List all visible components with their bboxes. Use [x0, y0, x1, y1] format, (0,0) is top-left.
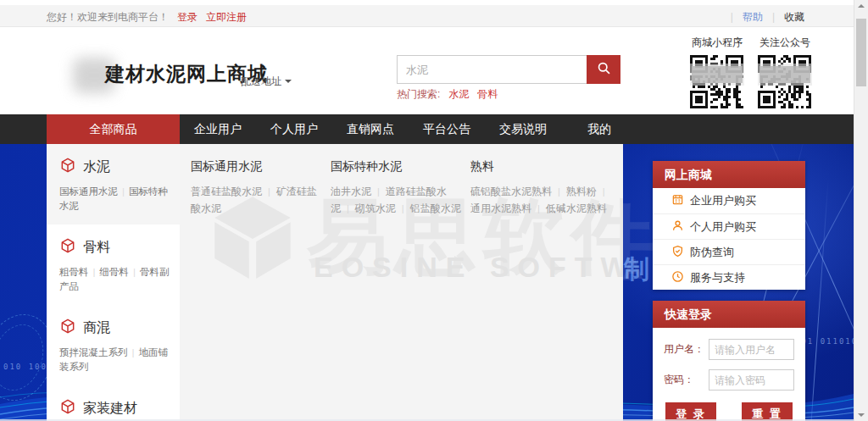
login-button[interactable]: 登 录 — [665, 402, 716, 421]
category-cube-icon — [59, 237, 76, 258]
qr-code: 关注公众号 — [754, 36, 815, 111]
mega-menu-column: 熟料 硫铝酸盐水泥熟料|熟料粉|通用水泥熟料|低碱水泥熟料 — [470, 159, 623, 217]
mega-menu-column-title[interactable]: 国标通用水泥 — [191, 159, 326, 174]
mall-panel-item[interactable]: 个人用户购买 — [653, 213, 805, 239]
divider: | — [132, 347, 135, 357]
category-sub-link[interactable]: 预拌混凝土系列 — [59, 347, 128, 357]
qr-code-label: 商城小程序 — [687, 36, 748, 50]
reset-button[interactable]: 重 置 — [742, 402, 793, 421]
nav-item[interactable]: 我的 — [561, 114, 637, 144]
nav-item[interactable]: 个人用户 — [256, 114, 332, 144]
mega-menu-item[interactable]: 油井水泥 — [331, 186, 371, 197]
scroll-down-arrow-icon[interactable] — [858, 413, 865, 417]
category-sub-link[interactable]: 粗骨料 — [59, 267, 89, 277]
nav-item[interactable]: 直销网点 — [332, 114, 409, 144]
category-cube-icon — [59, 157, 76, 177]
nav-item[interactable]: 交易说明 — [485, 114, 561, 144]
mall-panel-item-label: 企业用户购买 — [690, 193, 756, 208]
topbar-welcome-group: 您好！欢迎来到电商平台！登录立即注册 — [47, 10, 247, 25]
qr-code-image — [688, 53, 746, 111]
watermark-en: EOSINE SOFTWARE — [314, 251, 623, 284]
divider: | — [93, 267, 96, 277]
category-subs: 国标通用水泥|国标特种水泥 — [59, 185, 173, 213]
mall-panel-item-label: 服务与支持 — [690, 270, 745, 285]
category-sidebar: 水泥 国标通用水泥|国标特种水泥 骨料 粗骨料|细骨料|骨料副产品 商混 预拌混… — [47, 144, 180, 421]
login-link[interactable]: 登录 — [177, 11, 198, 23]
clock-icon — [671, 270, 684, 285]
category-sub-link[interactable]: 细骨料 — [100, 267, 130, 277]
mega-menu-item[interactable]: 铝盐酸水泥 — [410, 202, 461, 214]
password-field[interactable] — [709, 369, 794, 391]
favorite-link[interactable]: 收藏 — [784, 11, 804, 23]
topbar: 您好！欢迎来到电商平台！登录立即注册 |帮助|收藏 — [0, 5, 854, 27]
building-icon — [671, 193, 684, 208]
mega-menu-items: 油井水泥|道路硅盐酸水泥|砌筑水泥|铝盐酸水泥 — [331, 183, 466, 217]
mega-menu-item[interactable]: 砌筑水泥 — [355, 202, 396, 214]
mall-panel-item[interactable]: 企业用户购买 — [653, 188, 805, 213]
category-sub-link[interactable]: 国标通用水泥 — [59, 186, 118, 197]
category-block[interactable]: 家装建材 水泥|新材料 — [47, 385, 180, 421]
nav-items: 企业用户个人用户直销网点平台公告交易说明我的 — [180, 114, 637, 144]
quick-login-panel: 快速登录 用户名： 密码： 登 录 重 置 — [653, 301, 805, 421]
username-label: 用户名： — [664, 342, 709, 357]
login-buttons: 登 录 重 置 — [664, 400, 794, 421]
mall-panel-item[interactable]: 防伪查询 — [653, 239, 805, 264]
hot-search-label: 热门搜索: — [397, 88, 440, 100]
password-label: 密码： — [664, 373, 709, 387]
divider: | — [402, 203, 404, 213]
mall-panel-title: 网上商城 — [653, 161, 805, 188]
mega-menu-column: 国标特种水泥 油井水泥|道路硅盐酸水泥|砌筑水泥|铝盐酸水泥 — [331, 159, 470, 217]
mega-menu-item[interactable]: 通用水泥熟料 — [470, 202, 531, 214]
category-title[interactable]: 骨料 — [59, 237, 173, 258]
delivery-address-selector[interactable]: 配送地址 — [241, 75, 292, 89]
welcome-text: 您好！欢迎来到电商平台！ — [47, 11, 169, 23]
divider: | — [122, 186, 125, 197]
mega-menu-item[interactable]: 熟料粉 — [566, 186, 597, 197]
mega-menu-columns: 国标通用水泥 普通硅盐酸水泥|矿渣硅盐酸水泥国标特种水泥 油井水泥|道路硅盐酸水… — [191, 159, 623, 217]
hot-search: 热门搜索:水泥骨料 — [397, 87, 498, 102]
user-icon — [671, 219, 684, 235]
mega-menu-column-title[interactable]: 国标特种水泥 — [331, 159, 466, 174]
category-block[interactable]: 商混 预拌混凝土系列|地面铺装系列 — [47, 305, 180, 385]
mall-panel-item-label: 个人用户购买 — [690, 219, 756, 235]
username-row: 用户名： — [664, 339, 794, 360]
mega-menu-items: 普通硅盐酸水泥|矿渣硅盐酸水泥 — [191, 183, 326, 217]
divider: | — [377, 186, 380, 197]
nav-item[interactable]: 企业用户 — [180, 114, 256, 144]
search-input[interactable] — [397, 55, 587, 84]
divider: | — [772, 11, 775, 23]
scrollbar-thumb[interactable] — [856, 19, 866, 86]
mall-panel-item-label: 防伪查询 — [690, 245, 734, 260]
mega-menu-items: 硫铝酸盐水泥熟料|熟料粉|通用水泥熟料|低碱水泥熟料 — [470, 183, 619, 217]
mega-menu-item[interactable]: 硫铝酸盐水泥熟料 — [470, 186, 552, 197]
divider: | — [731, 11, 733, 23]
mega-menu-column-title[interactable]: 熟料 — [470, 159, 619, 174]
topbar-links: |帮助|收藏 — [721, 10, 804, 25]
register-link[interactable]: 立即注册 — [206, 11, 247, 23]
hot-search-term[interactable]: 水泥 — [448, 88, 469, 100]
scrollbar[interactable] — [854, 0, 868, 421]
divider: | — [268, 186, 270, 197]
storefront-page: 您好！欢迎来到电商平台！登录立即注册 |帮助|收藏 建材水泥网上商城 配送地址 … — [0, 0, 868, 421]
mega-menu-item[interactable]: 低碱水泥熟料 — [546, 202, 607, 214]
shield-icon — [671, 245, 684, 260]
help-link[interactable]: 帮助 — [743, 11, 763, 23]
username-field[interactable] — [709, 339, 794, 360]
category-block[interactable]: 水泥 国标通用水泥|国标特种水泥 — [47, 144, 180, 224]
site-header: 建材水泥网上商城 配送地址 热门搜索:水泥骨料 商城小程序关注公众号 — [0, 27, 854, 114]
divider: | — [133, 267, 136, 277]
mall-panel-item[interactable]: 服务与支持 — [653, 264, 805, 290]
category-block[interactable]: 骨料 粗骨料|细骨料|骨料副产品 — [47, 224, 180, 305]
category-title[interactable]: 商混 — [59, 318, 173, 338]
category-title[interactable]: 家装建材 — [59, 398, 173, 418]
nav-all-products[interactable]: 全部商品 — [47, 114, 180, 144]
mega-menu-item[interactable]: 普通硅盐酸水泥 — [191, 186, 262, 197]
scroll-up-arrow-icon[interactable] — [858, 4, 865, 8]
nav-item[interactable]: 平台公告 — [409, 114, 485, 144]
divider: | — [347, 203, 349, 213]
hot-search-term[interactable]: 骨料 — [477, 88, 498, 100]
qr-code-image — [756, 53, 814, 111]
mall-panel: 网上商城 企业用户购买 个人用户购买 防伪查询 服务与支持 — [653, 161, 805, 290]
category-title[interactable]: 水泥 — [59, 157, 173, 177]
search-button[interactable] — [587, 55, 620, 84]
